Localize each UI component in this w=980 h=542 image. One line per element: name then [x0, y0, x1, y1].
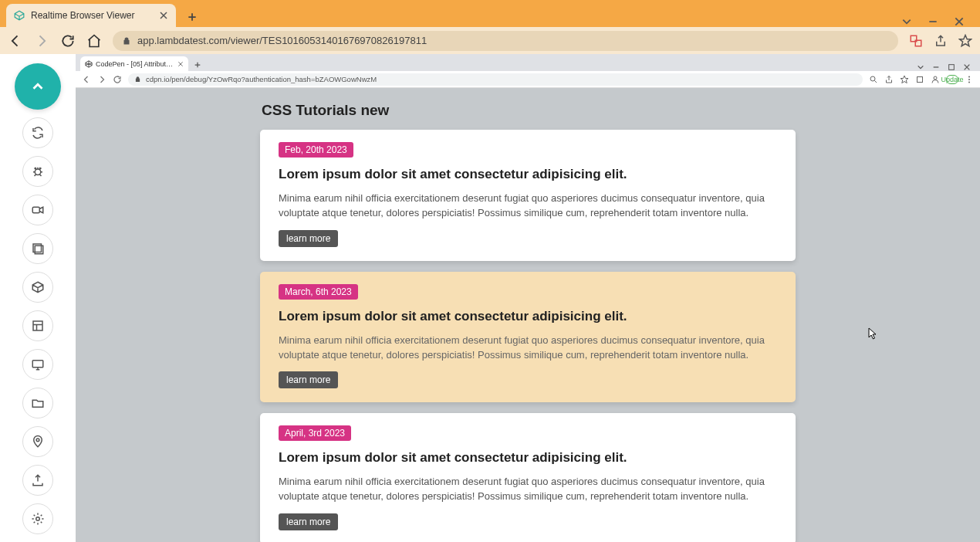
svg-rect-12 [917, 76, 923, 82]
inner-back-button[interactable] [82, 75, 91, 84]
lock-icon [122, 36, 131, 46]
settings-button[interactable] [22, 503, 53, 534]
inner-lock-icon [134, 76, 141, 83]
translate-icon[interactable] [909, 34, 923, 48]
inner-dropdown-icon[interactable] [917, 63, 924, 71]
new-tab-button[interactable] [182, 7, 202, 27]
svg-rect-6 [33, 321, 42, 330]
svg-rect-10 [949, 65, 955, 70]
card: April, 3rd 2023 Lorem ipsum dolor sit am… [260, 413, 796, 542]
bug-button[interactable] [22, 156, 53, 187]
outer-url-text: app.lambdatest.com/viewer/TES10160531401… [137, 35, 427, 46]
inner-urlbar[interactable]: cdpn.io/pen/debug/YzOwRqo?authentication… [128, 73, 863, 86]
inner-bookmark-icon[interactable] [900, 75, 909, 84]
card-title: Lorem ipsum dolor sit amet consectetur a… [279, 167, 777, 182]
box-button[interactable] [22, 272, 53, 303]
location-button[interactable] [22, 426, 53, 457]
card: March, 6th 2023 Lorem ipsum dolor sit am… [260, 272, 796, 403]
reload-button[interactable] [60, 33, 76, 49]
cursor-icon [868, 327, 877, 341]
home-button[interactable] [86, 33, 102, 49]
card-title: Lorem ipsum dolor sit amet consectetur a… [279, 309, 777, 324]
inner-forward-button[interactable] [97, 75, 106, 84]
display-button[interactable] [22, 349, 53, 380]
back-button[interactable] [8, 33, 23, 49]
learn-more-button[interactable]: learn more [279, 513, 338, 530]
outer-toolbar: app.lambdatest.com/viewer/TES10160531401… [0, 27, 980, 54]
forward-button[interactable] [34, 33, 49, 49]
inner-tabbar: CodePen - [05] Attribute Selectors [76, 54, 980, 71]
codepen-icon [85, 60, 93, 68]
learn-more-button[interactable]: learn more [279, 371, 338, 388]
svg-point-16 [968, 81, 970, 83]
close-icon[interactable] [159, 11, 168, 20]
inner-browser: CodePen - [05] Attribute Selectors cdp [76, 54, 980, 542]
folder-button[interactable] [22, 388, 53, 418]
card-date-badge: March, 6th 2023 [279, 284, 358, 300]
upload-button[interactable] [22, 465, 53, 496]
page-title: CSS Tutorials new [260, 102, 796, 119]
lambdatest-icon [14, 10, 25, 21]
bookmark-icon[interactable] [958, 34, 972, 48]
share-icon[interactable] [934, 34, 948, 48]
outer-urlbar[interactable]: app.lambdatest.com/viewer/TES10160531401… [113, 31, 898, 51]
outer-tab-title: Realtime Browser Viewer [31, 10, 153, 21]
inner-tab-active[interactable]: CodePen - [05] Attribute Selectors [80, 56, 188, 71]
video-button[interactable] [22, 195, 53, 225]
inner-tab-title: CodePen - [05] Attribute Selectors [96, 60, 174, 68]
svg-point-13 [934, 76, 937, 80]
inner-zoom-icon[interactable] [869, 75, 878, 84]
close-window-icon[interactable] [954, 16, 965, 27]
minimize-icon[interactable] [928, 16, 938, 27]
collapse-button[interactable] [15, 63, 61, 110]
dropdown-icon[interactable] [901, 16, 912, 27]
outer-tab-active[interactable]: Realtime Browser Viewer [6, 4, 176, 27]
svg-rect-3 [32, 207, 39, 213]
inner-new-tab-button[interactable] [191, 59, 204, 71]
update-button[interactable]: Update [946, 75, 958, 84]
close-icon[interactable] [177, 61, 184, 67]
card-title: Lorem ipsum dolor sit amet consectetur a… [279, 450, 777, 466]
outer-tabbar: Realtime Browser Viewer [0, 0, 980, 27]
svg-point-14 [968, 76, 970, 77]
svg-point-15 [968, 79, 970, 80]
card-body: Minima earum nihil officia exercitatione… [279, 475, 777, 504]
learn-more-button[interactable]: learn more [279, 230, 338, 247]
inner-minimize-icon[interactable] [932, 63, 940, 71]
inner-close-icon[interactable] [963, 63, 971, 71]
layout-button[interactable] [22, 310, 53, 341]
svg-rect-7 [32, 361, 43, 368]
svg-point-9 [36, 517, 40, 521]
switch-button[interactable] [22, 117, 53, 148]
card-date-badge: April, 3rd 2023 [279, 425, 351, 441]
inner-extension-icon[interactable] [915, 75, 924, 84]
inner-menu-icon[interactable] [965, 75, 974, 84]
inner-profile-icon[interactable] [931, 75, 940, 84]
page-viewport: CSS Tutorials new Feb, 20th 2023 Lorem i… [76, 88, 980, 542]
svg-point-11 [870, 76, 875, 81]
inner-reload-button[interactable] [113, 75, 122, 84]
inner-url-text: cdpn.io/pen/debug/YzOwRqo?authentication… [146, 75, 377, 83]
card: Feb, 20th 2023 Lorem ipsum dolor sit ame… [260, 130, 796, 261]
gallery-button[interactable] [22, 233, 53, 264]
card-body: Minima earum nihil officia exercitatione… [279, 334, 777, 363]
card-body: Minima earum nihil officia exercitatione… [279, 191, 777, 221]
lambdatest-sidebar [0, 54, 76, 542]
svg-point-8 [36, 439, 39, 442]
card-date-badge: Feb, 20th 2023 [279, 142, 353, 158]
inner-toolbar: cdpn.io/pen/debug/YzOwRqo?authentication… [76, 71, 980, 88]
inner-maximize-icon[interactable] [948, 63, 955, 71]
inner-share-icon[interactable] [884, 75, 894, 84]
